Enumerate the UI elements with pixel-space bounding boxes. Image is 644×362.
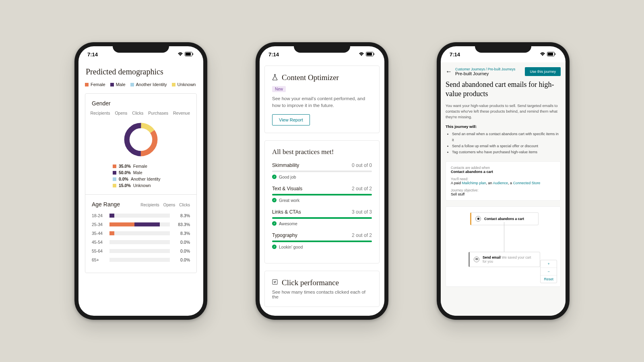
start-icon: ◉ (475, 216, 481, 222)
status-bar: 7:14 (260, 46, 384, 62)
journey-desc: You want your high-value products to sel… (446, 103, 561, 120)
will-label: This journey will: (446, 124, 561, 129)
zoom-in-button[interactable]: + (541, 260, 557, 267)
content-optimizer-card: Content Optimizer New See how your email… (264, 66, 380, 133)
gender-legend: Female Male Another Identity Unknown (85, 82, 197, 87)
use-journey-button[interactable]: Use this journey (525, 67, 561, 76)
metric-score: 2 out of 2 (352, 186, 372, 191)
status-time: 7:14 (450, 51, 460, 58)
metric-name: Links & CTAs (272, 209, 301, 215)
zoom-out-button[interactable]: − (541, 267, 557, 275)
donut-legend: 35.0%Female 50.0%Male 0.0%Another Identi… (92, 164, 190, 188)
click-perf-title: Click performance (282, 278, 339, 287)
age-tab-opens[interactable]: Opens (163, 203, 175, 207)
optimizer-title: Content Optimizer (282, 73, 339, 82)
list-item: Send a follow up email with a special of… (452, 143, 561, 149)
demographics-card: Gender Recipients Opens Clicks Purchases… (85, 93, 197, 273)
wifi-icon (178, 51, 183, 58)
metric-bar (272, 171, 372, 172)
phone-demographics: 7:14 Predicted demographics Female Male … (74, 42, 207, 320)
phone-journey: 7:14 ← Customer Journeys / Pre-built Jou… (437, 42, 570, 320)
battery-icon (185, 51, 194, 58)
gender-donut-chart (122, 121, 159, 158)
new-badge: New (272, 86, 286, 92)
page-title: Predicted demographics (86, 67, 197, 76)
flow-connector (504, 222, 504, 252)
svg-rect-9 (272, 280, 277, 284)
journey-flow-canvas[interactable]: ◉ Contact abandons a cart ✉ Send email W… (446, 206, 561, 287)
mailchimp-plan-link[interactable]: Mailchimp plan (462, 181, 486, 185)
tab-clicks[interactable]: Clicks (132, 111, 143, 115)
zoom-reset-button[interactable]: Reset (541, 275, 557, 283)
svg-rect-12 (555, 53, 556, 55)
metric-row: Text & Visuals2 out of 2✓Great work (272, 186, 372, 203)
check-icon: ✓ (272, 245, 277, 249)
age-bars: 18-248.3% 25-3483.3% 35-448.3% 45-540.0%… (92, 213, 190, 262)
page-subtitle: Pre-built Journey (455, 71, 515, 76)
svg-rect-1 (186, 53, 191, 56)
metric-bar (272, 217, 372, 219)
age-row: 25-3483.3% (92, 222, 190, 227)
journey-info-box: Contacts are added when Contact abandons… (446, 161, 561, 201)
svg-rect-7 (367, 53, 372, 56)
click-perf-desc: See how many times contacts clicked each… (272, 290, 372, 299)
zoom-controls: + − Reset (540, 260, 557, 283)
metric-row: Links & CTAs3 out of 3✓Awesome (272, 209, 372, 226)
wifi-icon (359, 51, 364, 58)
metric-bar (272, 241, 372, 242)
metric-msg: Good job (279, 175, 296, 179)
click-performance-card: Click performance See how many times con… (264, 271, 380, 307)
view-report-button[interactable]: View Report (272, 114, 310, 125)
metric-row: Skimmability0 out of 0✓Good job (272, 162, 372, 179)
age-row: 65+0.0% (92, 257, 190, 262)
status-time: 7:14 (87, 51, 98, 58)
tab-purchases[interactable]: Purchases (148, 111, 168, 115)
connected-store-link[interactable]: Connected Store (513, 181, 541, 185)
status-time: 7:14 (268, 51, 279, 58)
age-tab-clicks[interactable]: Clicks (179, 203, 190, 207)
metric-msg: Awesome (279, 221, 297, 226)
metric-msg: Lookin' good (279, 245, 303, 249)
metric-msg: Great work (279, 198, 299, 203)
flask-icon (272, 74, 278, 82)
age-tab-recipients[interactable]: Recipients (140, 203, 159, 207)
age-row: 18-248.3% (92, 213, 190, 218)
svg-rect-8 (374, 53, 375, 55)
breadcrumb[interactable]: Customer Journeys / Pre-built Journeys (455, 67, 515, 71)
metric-row: Typography2 out of 2✓Lookin' good (272, 232, 372, 249)
audience-link[interactable]: Audience (493, 181, 508, 185)
list-item: Tag customers who have purchased high-va… (452, 149, 561, 155)
mail-icon: ✉ (474, 257, 479, 262)
metric-name: Text & Visuals (272, 186, 302, 191)
click-icon (272, 279, 278, 286)
optimizer-desc: See how your email's content performed, … (272, 95, 372, 109)
journey-title: Send abandoned cart emails for high-valu… (446, 80, 561, 99)
check-icon: ✓ (272, 221, 277, 226)
metric-name: Skimmability (272, 162, 299, 168)
tab-opens[interactable]: Opens (115, 111, 127, 115)
back-arrow-icon[interactable]: ← (446, 68, 452, 75)
phone-content-optimizer: 7:14 Content Optimizer New See how your … (256, 42, 388, 320)
list-item: Send an email when a contact abandons ca… (452, 131, 561, 144)
battery-icon (547, 51, 556, 58)
check-icon: ✓ (272, 198, 277, 202)
wifi-icon (540, 51, 545, 58)
battery-icon (366, 51, 375, 58)
age-row: 45-540.0% (92, 240, 190, 245)
tab-revenue[interactable]: Revenue (173, 111, 190, 115)
practices-title: All best practices met! (272, 148, 372, 156)
metric-name: Typography (272, 232, 297, 238)
metric-bar (272, 194, 372, 195)
flow-node-email[interactable]: ✉ Send email We saved your cart for you (469, 252, 540, 267)
metric-score: 2 out of 2 (352, 232, 372, 238)
svg-rect-11 (548, 53, 553, 56)
status-bar: 7:14 (441, 46, 566, 62)
gender-title: Gender (92, 100, 190, 107)
gender-tabs: Recipients Opens Clicks Purchases Revenu… (92, 111, 190, 115)
age-row: 35-448.3% (92, 231, 190, 236)
tab-recipients[interactable]: Recipients (90, 111, 110, 115)
metric-score: 3 out of 3 (352, 209, 372, 215)
best-practices-card: All best practices met! Skimmability0 ou… (264, 140, 380, 263)
check-icon: ✓ (272, 175, 277, 179)
flow-node-start[interactable]: ◉ Contact abandons a cart (470, 212, 539, 225)
